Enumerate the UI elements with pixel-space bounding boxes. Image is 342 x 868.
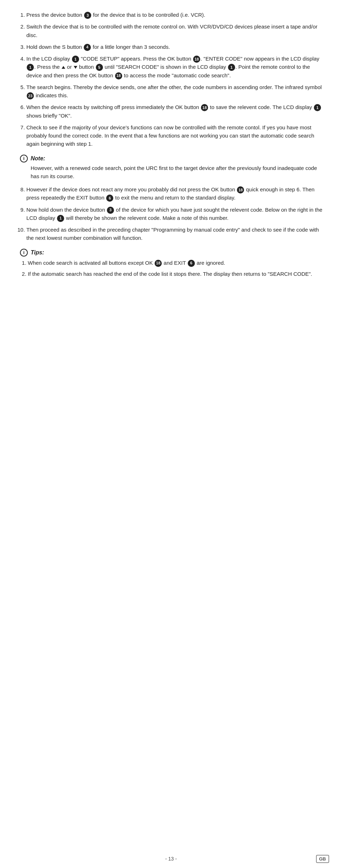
circle-1b: 1 bbox=[27, 64, 34, 71]
tips-header: i Tips: bbox=[20, 249, 323, 257]
circle-3b: 3 bbox=[107, 207, 114, 214]
page-number: - 13 - bbox=[165, 856, 177, 862]
list-item: The search begins. Thereby the device se… bbox=[26, 83, 323, 100]
item-text: Check to see if the majority of your dev… bbox=[26, 124, 314, 147]
list-item: Now hold down the device button 3 of the… bbox=[26, 206, 323, 222]
circle-1c: 1 bbox=[228, 64, 235, 71]
circle-4: 4 bbox=[84, 44, 91, 51]
tips-title: Tips: bbox=[31, 249, 44, 256]
circle-1: 1 bbox=[72, 56, 79, 63]
circle-1d: 1 bbox=[314, 104, 321, 111]
note-title: Note: bbox=[31, 155, 45, 162]
note-header: i Note: bbox=[20, 155, 323, 162]
info-icon: i bbox=[20, 155, 28, 162]
list-item: Switch the device that is to be controll… bbox=[26, 22, 323, 39]
item-text: Press the device button 3 for the device… bbox=[26, 12, 205, 18]
circle-6: 6 bbox=[106, 195, 113, 202]
circle-1e: 1 bbox=[57, 215, 64, 222]
info-icon-tips: i bbox=[20, 249, 28, 257]
tips-block: i Tips: When code search is activated al… bbox=[19, 249, 323, 278]
item-text: Then proceed as described in the precedi… bbox=[26, 227, 319, 241]
note-text: However, with a renewed code search, poi… bbox=[20, 164, 323, 181]
item-text: When the device reacts by switching off … bbox=[26, 104, 321, 118]
circle-6b: 6 bbox=[188, 260, 195, 267]
circle-23: 23 bbox=[27, 92, 34, 99]
item-text: However if the device does not react any… bbox=[26, 186, 315, 201]
tip-text: If the automatic search has reached the … bbox=[28, 271, 312, 277]
circle-18c: 18 bbox=[201, 104, 208, 111]
tips-list: When code search is activated all button… bbox=[20, 259, 323, 278]
circle-18d: 18 bbox=[237, 186, 244, 193]
item-text: In the LCD display 1 "CODE SETUP" appear… bbox=[26, 56, 319, 78]
list-item: Check to see if the majority of your dev… bbox=[26, 123, 323, 148]
circle-5: 5 bbox=[96, 64, 103, 71]
instructions-list-continued: However if the device does not react any… bbox=[19, 185, 323, 242]
item-text: Now hold down the device button 3 of the… bbox=[26, 207, 322, 221]
circle-18: 18 bbox=[193, 56, 200, 63]
item-text: The search begins. Thereby the device se… bbox=[26, 84, 322, 98]
footer: - 13 - bbox=[0, 856, 342, 862]
circle-3: 3 bbox=[84, 12, 91, 19]
tip-text: When code search is activated all button… bbox=[28, 260, 225, 266]
list-item: In the LCD display 1 "CODE SETUP" appear… bbox=[26, 55, 323, 79]
note-block: i Note: However, with a renewed code sea… bbox=[19, 155, 323, 181]
list-item: Press the device button 3 for the device… bbox=[26, 11, 323, 19]
gb-badge: GB bbox=[316, 855, 330, 863]
instructions-list: Press the device button 3 for the device… bbox=[19, 11, 323, 148]
arrow-down-icon bbox=[74, 66, 77, 69]
circle-18e: 18 bbox=[155, 260, 162, 267]
list-item: When the device reacts by switching off … bbox=[26, 103, 323, 120]
item-text: Hold down the S button 4 for a little lo… bbox=[26, 44, 170, 50]
item-text: Switch the device that is to be controll… bbox=[26, 24, 317, 38]
tips-list-item: If the automatic search has reached the … bbox=[28, 270, 323, 278]
page-content: Press the device button 3 for the device… bbox=[0, 0, 342, 311]
list-item: Hold down the S button 4 for a little lo… bbox=[26, 43, 323, 51]
arrow-up-icon bbox=[62, 66, 65, 69]
circle-18b: 18 bbox=[115, 72, 122, 79]
list-item: However if the device does not react any… bbox=[26, 185, 323, 202]
tips-list-item: When code search is activated all button… bbox=[28, 259, 323, 267]
list-item: Then proceed as described in the precedi… bbox=[26, 226, 323, 242]
